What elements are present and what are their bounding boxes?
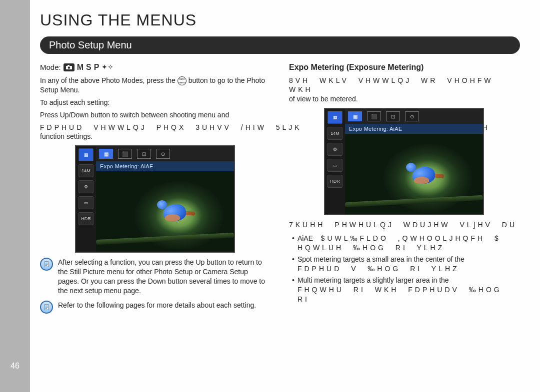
metering-tab-aiae-icon: ▦ xyxy=(99,149,113,159)
expo-metering-heading: Expo Metering (Exposure Metering) xyxy=(289,62,519,73)
rail-item-grid-icon: ▦ xyxy=(328,111,342,124)
rail-item-grid-icon: ▦ xyxy=(78,148,94,161)
metering-tab-4-icon: ⊙ xyxy=(156,149,170,159)
camera-icon xyxy=(64,63,74,71)
function-settings-text: function settings. xyxy=(40,132,270,141)
sparkle-icon: ✦✧ xyxy=(102,62,114,72)
lcd-sample-photo xyxy=(96,171,234,252)
lcd-subheader: Expo Metering: AiAE xyxy=(345,124,483,134)
lcd-sample-photo xyxy=(345,134,483,214)
intro-paragraph: In any of the above Photo Modes, press t… xyxy=(40,76,270,95)
svg-rect-3 xyxy=(44,262,49,267)
bullet-spot: • Spot metering targets a small area in … xyxy=(292,255,519,274)
mode-letter-p: P xyxy=(94,62,100,73)
lcd-tabs: ▦ ⬛ ⊡ ⊙ xyxy=(345,109,483,124)
adjust-label: To adjust each setting: xyxy=(40,98,270,107)
garbled-three-metering: 7KUHH PHWHULQJ WDUJHW VL]HV DU xyxy=(289,220,519,230)
metering-tab-4-icon: ⊙ xyxy=(405,111,419,121)
bullet-spot-garble: FDPHUD V ‰HOG RI YLHZ xyxy=(298,264,464,274)
svg-point-2 xyxy=(68,66,70,68)
mode-line: Mode: M S P ✦✧ xyxy=(40,62,270,73)
note-2-text: Refer to the following pages for more de… xyxy=(58,301,256,314)
intro-text-a: In any of the above Photo Modes, press t… xyxy=(40,76,176,84)
bullet-dot-icon: • xyxy=(292,234,294,243)
rail-item-resolution: 14M xyxy=(328,127,342,140)
camera-lcd-screenshot-left: ▦ 14M ⚙ ▭ HDR ▦ ⬛ ⊡ ⊙ Expo Metering: AiA… xyxy=(75,145,235,253)
rail-item-gear-icon: ⚙ xyxy=(78,180,94,193)
note-icon xyxy=(40,258,53,271)
chapter-title: USING THE MENUS xyxy=(40,11,530,29)
metering-tab-aiae-icon: ▦ xyxy=(348,111,362,121)
svg-rect-1 xyxy=(68,65,70,66)
func-label-bot: menu xyxy=(178,81,186,84)
mode-label: Mode: xyxy=(40,62,61,72)
bullet-multi: • Multi metering targets a slightly larg… xyxy=(292,276,519,304)
rail-item-gear-icon: ⚙ xyxy=(328,143,342,156)
bullet-aiae-garble: $UWL‰FLDO ,QWHOOLJHQFH $ xyxy=(321,234,501,242)
bird-illustration xyxy=(405,158,445,193)
rail-item-frame-icon: ▭ xyxy=(78,196,94,209)
bird-illustration xyxy=(156,195,196,230)
metering-bullet-list: • AiAE $UWL‰FLDO ,QWHOOLJHQFH $ HQWLUH ‰… xyxy=(289,234,519,304)
lcd-tabs: ▦ ⬛ ⊡ ⊙ xyxy=(96,146,234,161)
of-view-text: of view to be metered. xyxy=(289,94,519,104)
bullet-aiae-line2: HQWLUH ‰HOG RI YLHZ xyxy=(298,243,501,253)
metering-tab-2-icon: ⬛ xyxy=(118,149,132,159)
note-1: After selecting a function, you can pres… xyxy=(40,258,270,296)
mode-letter-m: M xyxy=(77,62,84,73)
rail-item-hdr: HDR xyxy=(328,175,342,188)
camera-lcd-screenshot-right: ▦ 14M ⚙ ▭ HDR ▦ ⬛ ⊡ ⊙ Expo Metering: AiA… xyxy=(324,108,484,215)
note-2: Refer to the following pages for more de… xyxy=(40,301,270,314)
garbled-line-1: FDPHUD VHWWLQJ PHQX 3UHVV /HIW 5LJK xyxy=(40,123,302,132)
lcd-left-rail: ▦ 14M ⚙ ▭ HDR xyxy=(76,146,96,252)
note-icon xyxy=(40,301,53,314)
func-label-top: func xyxy=(179,77,184,81)
rail-item-resolution: 14M xyxy=(78,164,94,177)
bullet-aiae: • AiAE $UWL‰FLDO ,QWHOOLJHQFH $ HQWLUH ‰… xyxy=(292,234,519,253)
metering-tab-2-icon: ⬛ xyxy=(367,111,381,121)
section-header: Photo Setup Menu xyxy=(40,36,520,54)
svg-rect-8 xyxy=(44,305,49,310)
rail-item-frame-icon: ▭ xyxy=(328,159,342,172)
metering-tab-3-icon: ⊡ xyxy=(386,111,400,121)
right-column: Expo Metering (Exposure Metering) 8VH WK… xyxy=(289,62,519,319)
bullet-spot-head: Spot metering targets a small area in th… xyxy=(298,255,464,263)
metering-tab-3-icon: ⊡ xyxy=(137,149,151,159)
page-number: 46 xyxy=(0,359,30,374)
lcd-left-rail: ▦ 14M ⚙ ▭ HDR xyxy=(325,109,345,214)
mode-letter-s: S xyxy=(86,62,92,73)
rail-item-hdr: HDR xyxy=(78,212,94,225)
bullet-aiae-head: AiAE xyxy=(298,234,313,242)
func-menu-button-icon: func menu xyxy=(178,76,186,85)
bullet-multi-garble: FHQWHU RI WKH FDPHUDV ‰HOG RI xyxy=(298,285,519,304)
press-updown-text: Press Up/Down button to switch between s… xyxy=(40,110,270,120)
page-sidebar-stripe xyxy=(0,0,30,392)
bullet-multi-head: Multi metering targets a slightly larger… xyxy=(298,276,449,284)
page-content: USING THE MENUS Photo Setup Menu Mode: M… xyxy=(40,11,530,319)
garbled-right-top: 8VH WKLV VHWWLQJ WR VHOHFW WKH xyxy=(289,76,519,95)
lcd-subheader: Expo Metering: AiAE xyxy=(96,161,234,171)
note-1-text: After selecting a function, you can pres… xyxy=(58,258,270,296)
bullet-dot-icon: • xyxy=(292,276,294,285)
bullet-dot-icon: • xyxy=(292,255,294,264)
left-column: Mode: M S P ✦✧ In any of the above Photo… xyxy=(40,62,270,319)
